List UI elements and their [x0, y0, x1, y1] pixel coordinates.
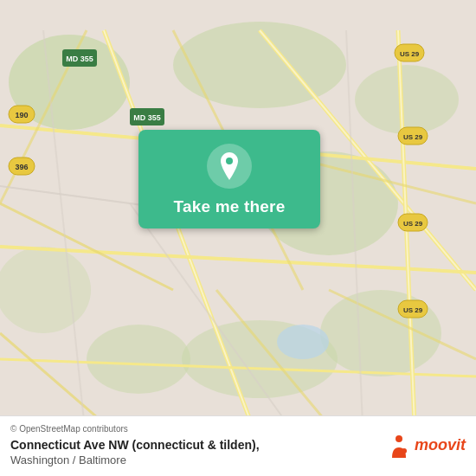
- location-pin-icon: [207, 144, 252, 189]
- location-info: © OpenStreetMap contributors Connecticut…: [10, 424, 378, 466]
- svg-point-47: [396, 435, 402, 442]
- svg-text:US 29: US 29: [403, 133, 423, 141]
- location-name: Connecticut Ave NW (connecticut & tilden…: [10, 437, 378, 453]
- svg-text:US 29: US 29: [403, 220, 423, 228]
- svg-point-7: [87, 325, 190, 394]
- take-me-there-button[interactable]: Take me there: [138, 130, 320, 228]
- svg-text:MD 355: MD 355: [133, 113, 161, 122]
- moovit-logo: moovit: [387, 434, 466, 458]
- svg-text:US 29: US 29: [400, 50, 420, 58]
- map-background: MD 355 MD 355 US 29 US 29 US 29 US 29 19…: [0, 0, 476, 476]
- svg-point-8: [0, 247, 91, 333]
- moovit-brand-icon: [387, 434, 411, 458]
- svg-text:US 29: US 29: [403, 306, 423, 314]
- moovit-brand-text: moovit: [415, 436, 466, 454]
- svg-point-2: [173, 22, 346, 108]
- map-container: MD 355 MD 355 US 29 US 29 US 29 US 29 19…: [0, 0, 476, 476]
- copyright-text: © OpenStreetMap contributors: [10, 424, 378, 434]
- svg-point-3: [355, 65, 459, 134]
- svg-text:MD 355: MD 355: [66, 55, 93, 63]
- svg-point-9: [277, 325, 329, 359]
- bottom-bar: © OpenStreetMap contributors Connecticut…: [0, 415, 476, 476]
- svg-text:190: 190: [15, 111, 28, 119]
- svg-text:396: 396: [15, 163, 28, 171]
- svg-point-46: [226, 158, 233, 164]
- cta-label: Take me there: [174, 197, 286, 216]
- svg-point-48: [402, 448, 407, 453]
- location-sub: Washington / Baltimore: [10, 453, 378, 466]
